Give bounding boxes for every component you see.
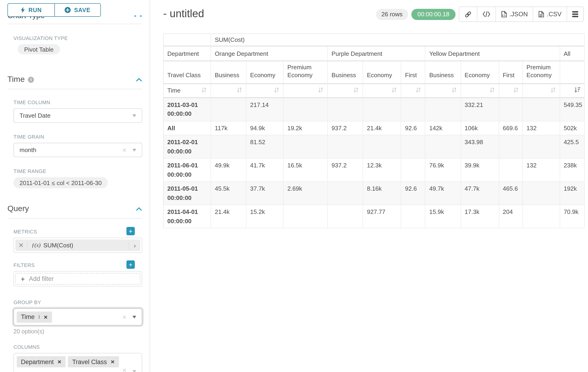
pivot-table: SUM(Cost)DepartmentOrange DepartmentPurp… [163,33,585,229]
group-by-label: GROUP BY [13,299,150,305]
sortable-column-header [246,84,284,98]
export-toolbar: .JSON .CSV [459,7,584,22]
time-section-title: Time [7,75,25,84]
export-csv-button[interactable]: .CSV [533,7,567,21]
pivot-table-container: SUM(Cost)DepartmentOrange DepartmentPurp… [163,33,585,229]
remove-tag-icon[interactable]: ✕ [111,359,115,365]
sort-icon [237,87,242,93]
pivot-value-cell: 238k [560,159,585,182]
pivot-value-cell: 81.52 [246,136,284,159]
columns-select[interactable]: Department✕Travel Class✕ × [13,353,142,372]
run-button[interactable]: RUN [8,4,55,16]
menu-button[interactable] [567,7,583,21]
pivot-value-cell [211,98,246,121]
time-range-value[interactable]: 2011-01-01 ≤ col < 2011-06-30 [13,177,108,188]
travel-class-header: Business [211,61,246,84]
pivot-value-cell: 39.9k [461,159,499,182]
sort-icon [354,87,359,93]
add-filter-plus-button[interactable]: + [126,260,135,269]
remove-metric-icon[interactable]: ✕ [15,242,27,249]
filters-label: FILTERS [13,262,142,268]
clear-icon[interactable]: × [122,146,126,154]
sort-icon [513,87,518,93]
pivot-value-cell [363,136,401,159]
pivot-value-cell: 106k [461,121,499,136]
query-timer-badge: 00:00:00.18 [411,9,455,20]
save-button[interactable]: SAVE [55,4,100,16]
visualization-type-value[interactable]: Pivot Table [18,44,60,54]
clear-icon[interactable]: × [122,313,126,321]
time-grain-label: TIME GRAIN [13,134,150,139]
pivot-value-cell: 425.5 [560,136,585,159]
selected-option-tag[interactable]: Travel Class✕ [68,356,119,367]
query-section-title: Query [7,204,29,213]
remove-tag-icon[interactable]: ✕ [44,314,48,320]
pivot-value-cell: 76.9k [426,159,461,182]
info-icon: i [28,76,34,83]
pivot-value-cell [328,136,363,159]
chevron-up-icon[interactable] [136,207,142,211]
clear-icon[interactable]: × [122,366,126,372]
row-header-cell: 2011-04-01 00:00:00 [163,205,211,229]
metrics-label: METRICS [13,229,142,234]
sort-icon [416,87,421,93]
pivot-value-cell: 17.3k [461,205,499,229]
lightning-bolt-icon [21,7,25,13]
pivot-value-cell: 15.9k [426,205,461,229]
metric-chip[interactable]: ✕ ƒ(x) SUM(Cost) › [15,239,140,251]
remove-tag-icon[interactable]: ✕ [57,359,62,365]
sortable-column-header [328,84,363,98]
metric-header-cell: SUM(Cost) [211,33,585,46]
sort-icon [274,87,279,93]
pivot-value-cell: 465.6 [499,182,523,205]
pivot-value-cell: 549.35 [560,98,585,121]
row-header-cell: All [163,121,211,136]
row-header-cell: 2011-05-01 00:00:00 [163,182,211,205]
selected-option-tag[interactable]: Department✕ [17,356,66,367]
pivot-value-cell: 117k [211,121,246,136]
time-column-select[interactable]: Travel Date [13,108,142,123]
pivot-data-row: All117k94.9k19.2k937.221.4k92.6142k106k6… [163,121,585,136]
pivot-value-cell: 16.5k [284,159,328,182]
pivot-value-cell: 21.4k [363,121,401,136]
sort-icon [489,87,495,93]
department-group-header: All [560,46,585,61]
control-panel-sidebar: Chart Type RUN SAVE VISUALIZATION TYPE P… [0,0,150,372]
sort-icon [550,87,556,93]
time-range-label: TIME RANGE [13,168,150,174]
sort-descending-icon [574,87,581,93]
chevron-up-icon[interactable] [136,77,142,82]
pivot-value-cell [401,136,426,159]
pivot-value-cell: 217.14 [246,98,284,121]
pivot-data-row: 2011-03-01 00:00:00217.14332.21549.35 [163,98,585,121]
group-by-select[interactable]: Timei✕ × [13,308,142,326]
chevron-down-icon [133,149,136,151]
query-section-header: Query [7,204,142,213]
chevron-down-icon [133,316,136,318]
pivot-value-cell: 49.7k [426,182,461,205]
selected-option-tag[interactable]: Timei✕ [17,311,52,322]
chevron-right-icon[interactable]: › [129,242,140,249]
pivot-value-cell: 937.2 [328,159,363,182]
panel-resize-handle[interactable] [134,15,142,17]
function-icon: ƒ(x) [32,242,41,249]
chart-title[interactable]: - untitled [163,7,204,20]
share-link-button[interactable] [459,7,477,21]
pivot-value-cell: 192k [560,182,585,205]
hamburger-icon [572,11,578,17]
pivot-value-cell [523,205,560,229]
pivot-value-cell: 132 [523,159,560,182]
export-json-button[interactable]: .JSON [495,7,533,21]
info-icon: i [38,313,40,320]
time-grain-select[interactable]: month × [13,143,142,157]
pivot-value-cell: 927.77 [363,205,401,229]
view-query-button[interactable] [477,7,495,21]
add-filter-button[interactable]: + Add filter [15,273,140,285]
add-metric-button[interactable]: + [126,227,135,235]
pivot-value-cell [499,98,523,121]
run-button-label: RUN [28,7,42,13]
pivot-value-cell: 332.21 [461,98,499,121]
metrics-control: ✕ ƒ(x) SUM(Cost) › [13,238,142,253]
pivot-value-cell [284,205,328,229]
group-by-options-hint: 20 option(s) [13,328,150,335]
